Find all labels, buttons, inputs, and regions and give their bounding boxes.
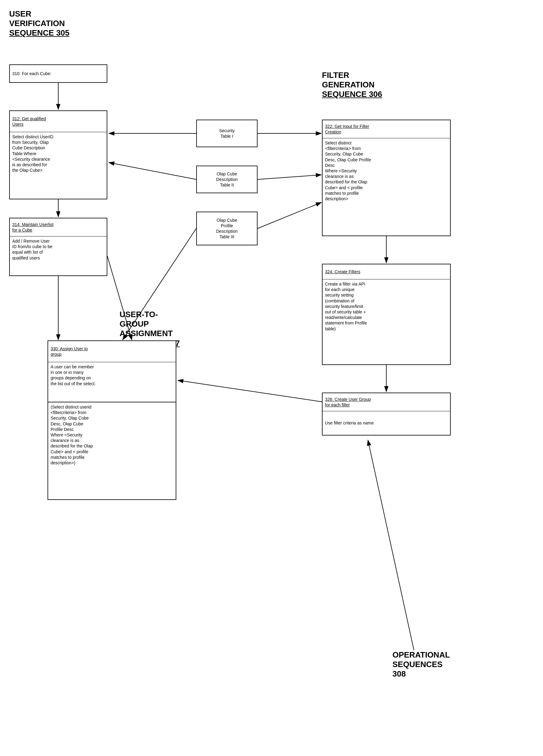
user-verification-title: USER VERIFICATION SEQUENCE 305	[9, 9, 70, 38]
svg-line-15	[368, 440, 414, 650]
box-312-body: Select distinct UserIDfrom Security, Ola…	[9, 132, 107, 199]
box-322-body: Select distinct<filtercriteria> fromSecu…	[322, 138, 451, 236]
box-330-header: 330: Assign User togroup	[48, 340, 176, 362]
svg-line-13	[178, 380, 322, 402]
box-326-body: Use filter criteria as name	[322, 411, 451, 436]
olap-cube-desc-box: Olap CubeDescriptionTable II	[196, 166, 258, 193]
box-326-header: 326: Create User Groupfor each filter	[322, 393, 451, 411]
filter-generation-title: FILTER GENERATION SEQUENCE 306	[322, 71, 382, 99]
svg-line-10	[258, 202, 321, 228]
olap-cube-profile-box: Olap CubeProfileDescriptionTable III	[196, 212, 258, 245]
svg-line-7	[109, 163, 196, 179]
box-314-body: Add / Remove UserID from/to cube to beeq…	[9, 236, 107, 276]
box-310: 310: For each Cube:	[9, 64, 107, 83]
svg-line-8	[258, 175, 321, 179]
box-330-body2: (Select distinct userid<filtercriteria> …	[48, 402, 176, 500]
box-324-header: 324: Create Filters	[322, 264, 451, 279]
operational-sequences-title: OPERATIONAL SEQUENCES 308	[392, 650, 450, 679]
box-312-header: 312: Get qualifiedUsers	[9, 110, 107, 132]
box-324-body: Create a filter via APIfor each uniquese…	[322, 279, 451, 365]
security-table-box: SecurityTable I	[196, 120, 258, 147]
box-314-header: 314: Maintain Userlistfor a Cube	[9, 218, 107, 236]
box-322-header: 322: Get Input for FilterCreation	[322, 120, 451, 138]
diagram-container: USER VERIFICATION SEQUENCE 305 310: For …	[0, 0, 543, 756]
box-330-body1: A user can be memberin one or in manygro…	[48, 362, 176, 402]
